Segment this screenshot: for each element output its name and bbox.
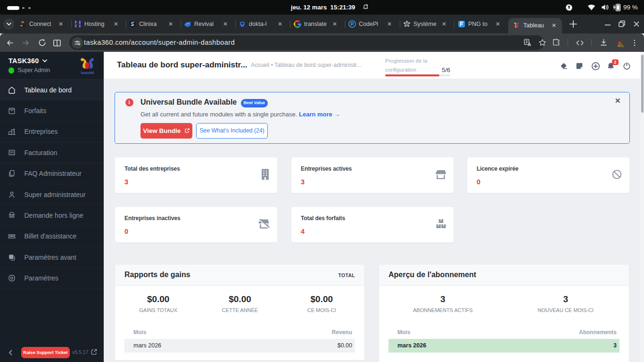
svg-text:BELLA: BELLA [618,45,624,48]
svg-text:Taska360: Taska360 [81,71,94,74]
